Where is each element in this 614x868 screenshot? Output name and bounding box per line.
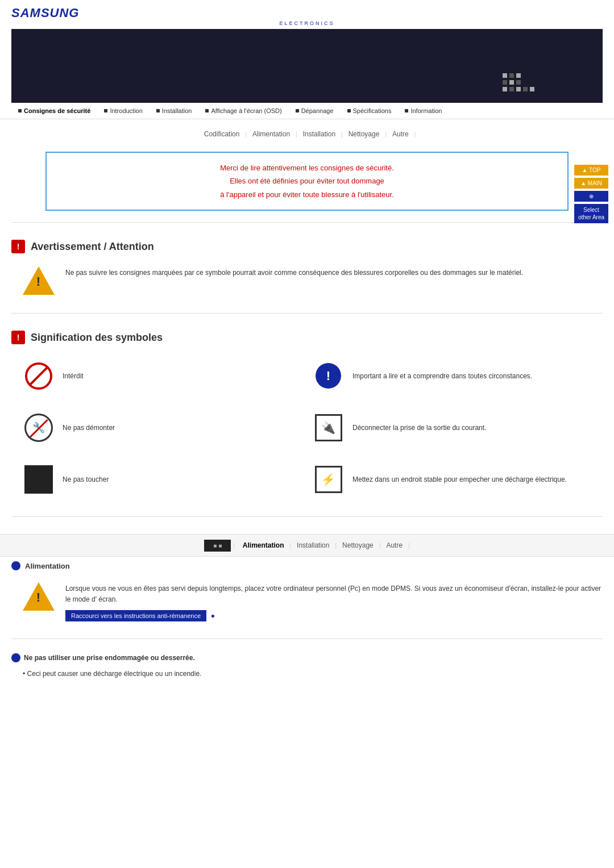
- divider-4: [11, 639, 603, 639]
- side-buttons-container: ▲ TOP ▲ MAIN ⊕ Select other Area: [574, 165, 608, 223]
- symbol-important: ! Important a lire et a comprendre dans …: [313, 356, 591, 396]
- ne-pas-title: Ne pas utiliser une prise endommagée ou …: [24, 654, 195, 662]
- tab-installation2[interactable]: Installation: [297, 128, 341, 140]
- select-other-area[interactable]: Select other Area: [574, 204, 608, 223]
- main-icon: ▲: [580, 180, 586, 186]
- top-icon: ▲: [582, 167, 588, 173]
- tab-consignes[interactable]: Consignes de sécurité: [11, 103, 97, 119]
- no-touch-label: Ne pas toucher: [63, 474, 109, 485]
- bullet-icon: [205, 109, 209, 112]
- alimentation-dot-icon: [11, 561, 20, 570]
- tab-depannage[interactable]: Dépannage: [289, 103, 341, 119]
- avertissement-description: Ne pas suivre les consignes marquées par…: [65, 265, 523, 278]
- ne-pas-sub: Ceci peut causer une décharge électrique…: [0, 665, 614, 685]
- avertissement-heading: ! Avertissement / Attention: [0, 234, 614, 259]
- alert-box: Merci de lire attentivement les consigne…: [45, 152, 569, 211]
- tab-codification[interactable]: Codification: [198, 128, 246, 140]
- bottom-tab-installation[interactable]: Installation: [291, 539, 335, 552]
- bullet-icon: [104, 109, 107, 112]
- alimentation-title: Alimentation: [25, 562, 70, 570]
- electronics-label: ELECTRONICS: [11, 20, 603, 26]
- alimentation-description: Lorsque vous ne vous en êtes pas servi d…: [65, 581, 603, 605]
- alimentation-warning-icon: !: [23, 581, 54, 612]
- shortcut-button[interactable]: Raccourci vers les instructions anti-rém…: [65, 610, 206, 621]
- divider-3: [11, 516, 603, 517]
- bullet-icon: [347, 109, 351, 112]
- symbol-disconnect: 🔌 Déconnecter la prise de la sortie du c…: [313, 407, 591, 448]
- bullet-icon: [18, 109, 22, 112]
- divider-2: [11, 313, 603, 314]
- avertissement-content: ! Ne pas suivre les consignes marquées p…: [0, 259, 614, 302]
- no-disassemble-label: Ne pas démonter: [63, 423, 115, 433]
- symbol-stable: ⚡ Mettez dans un endroit stable pour emp…: [313, 459, 591, 499]
- ne-pas-dot-icon: [11, 653, 20, 662]
- tab-specifications[interactable]: Spécifications: [341, 103, 399, 119]
- warning-red-icon: !: [11, 240, 25, 253]
- alimentation-content: ! Lorsque vous ne vous en êtes pas servi…: [0, 575, 614, 627]
- section-tabs: Codification | Alimentation | Installati…: [0, 119, 614, 146]
- bullet-icon: [296, 109, 299, 112]
- disconnect-icon: 🔌: [313, 412, 344, 443]
- bottom-tab-autre[interactable]: Autre: [380, 539, 408, 552]
- nav-dots: [503, 73, 534, 91]
- important-label: Important a lire et a comprendre dans to…: [352, 371, 532, 381]
- tab-introduction[interactable]: Introduction: [97, 103, 149, 119]
- symbol-no-disassemble: 🔧 Ne pas démonter: [23, 407, 301, 448]
- warning-triangle-icon: !: [23, 265, 54, 296]
- ne-pas-item: Ne pas utiliser une prise endommagée ou …: [0, 650, 614, 665]
- main-tab-nav: Consignes de sécurité Introduction Insta…: [0, 103, 614, 119]
- tab-affichage[interactable]: Affichage à l'écran (OSD): [198, 103, 288, 119]
- symboles-title: Signification des symboles: [31, 332, 163, 344]
- no-touch-icon: [23, 464, 54, 495]
- important-icon: !: [313, 360, 344, 391]
- stable-icon: ⚡: [313, 464, 344, 495]
- top-button[interactable]: ▲ TOP: [574, 165, 608, 176]
- bullet-icon: [405, 109, 408, 112]
- bottom-tab-alimentation[interactable]: Alimentation: [237, 539, 290, 552]
- nav-banner: [11, 29, 603, 103]
- symboles-heading: ! Signification des symboles: [0, 325, 614, 350]
- forbidden-icon: [23, 360, 54, 391]
- forbidden-label: Intérdit: [63, 371, 84, 381]
- alimentation-header: Alimentation: [0, 557, 614, 575]
- tab-information[interactable]: Information: [398, 103, 449, 119]
- stable-label: Mettez dans un endroit stable pour empec…: [352, 474, 567, 485]
- disconnect-label: Déconnecter la prise de la sortie du cou…: [352, 423, 486, 433]
- symbol-no-touch: Ne pas toucher: [23, 459, 301, 499]
- tab-alimentation[interactable]: Alimentation: [247, 128, 296, 140]
- samsung-logo: SAMSUNG ELECTRONICS: [11, 6, 603, 26]
- symbols-grid: Intérdit ! Important a lire et a compren…: [0, 350, 614, 505]
- area-icon: ⊕: [589, 193, 594, 199]
- no-disassemble-icon: 🔧: [23, 412, 54, 443]
- bullet-icon: [156, 109, 160, 112]
- bottom-logo-bar: ■ ■: [204, 540, 231, 552]
- bottom-section: ■ ■ | Alimentation | Installation | Nett…: [0, 534, 614, 685]
- symboles-red-icon: !: [11, 331, 25, 344]
- avertissement-title: Avertissement / Attention: [31, 241, 154, 253]
- tab-installation[interactable]: Installation: [150, 103, 199, 119]
- divider-1: [11, 222, 603, 223]
- samsung-name: SAMSUNG: [11, 6, 603, 20]
- ne-pas-bullet: Ceci peut causer une décharge électrique…: [23, 670, 603, 678]
- main-button[interactable]: ▲ MAIN: [574, 178, 608, 189]
- area-button[interactable]: ⊕: [574, 191, 608, 202]
- tab-nettoyage[interactable]: Nettoyage: [343, 128, 385, 140]
- alert-text: Merci de lire attentivement les consigne…: [55, 161, 559, 201]
- header: SAMSUNG ELECTRONICS: [0, 0, 614, 29]
- tab-autre[interactable]: Autre: [387, 128, 414, 140]
- bottom-tab-nettoyage[interactable]: Nettoyage: [337, 539, 379, 552]
- symbol-forbidden: Intérdit: [23, 356, 301, 396]
